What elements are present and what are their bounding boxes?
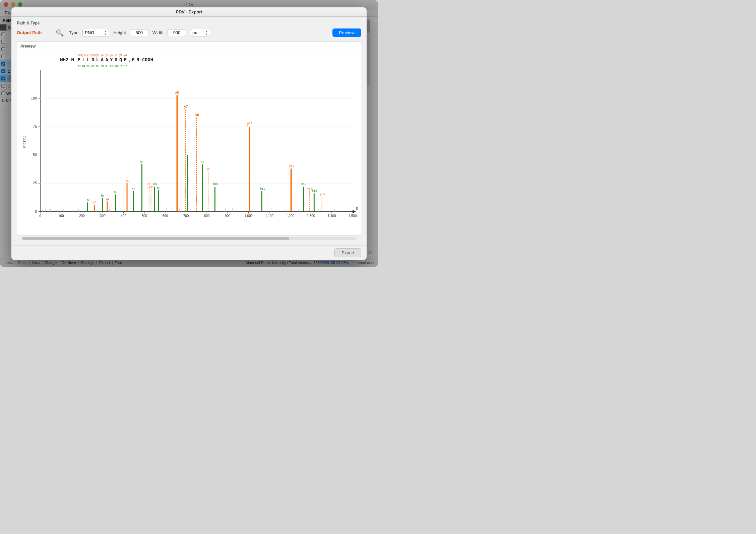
svg-text:b10: b10 [110, 64, 115, 67]
svg-text:b13: b13 [312, 189, 317, 192]
svg-text:y6: y6 [175, 90, 179, 94]
svg-text:E: E [124, 57, 127, 62]
svg-text:y9: y9 [206, 168, 209, 171]
svg-text:300: 300 [100, 214, 106, 217]
svg-text:P: P [78, 57, 80, 62]
svg-text:y9: y9 [96, 53, 99, 56]
svg-text:R-COOH: R-COOH [136, 57, 153, 62]
peak-y3 [94, 205, 95, 211]
svg-marker-39 [353, 210, 356, 213]
peak-b3 [87, 202, 88, 211]
svg-rect-148 [225, 208, 226, 211]
svg-text:b3: b3 [87, 198, 90, 201]
svg-rect-142 [78, 209, 79, 211]
width-label: Width [152, 30, 164, 35]
svg-rect-89 [45, 209, 46, 211]
svg-text:b8: b8 [153, 183, 156, 186]
px-select[interactable]: px ▲▼ [190, 29, 210, 37]
svg-text:y5: y5 [126, 179, 129, 182]
height-input[interactable] [130, 29, 148, 36]
dialog-body: Path & Type Output Path 🔍 Type PNG ▲▼ He… [11, 17, 367, 245]
svg-text:b6: b6 [91, 64, 94, 67]
svg-text:600: 600 [163, 214, 168, 217]
svg-text:50: 50 [33, 152, 37, 156]
svg-text:y12: y12 [307, 187, 312, 190]
svg-text:25: 25 [33, 181, 37, 185]
peak-y4 [107, 201, 108, 211]
svg-text:b5: b5 [87, 64, 90, 67]
svg-text:b11: b11 [115, 64, 120, 67]
select-arrows-icon: ▲▼ [104, 30, 107, 36]
svg-text:b13: b13 [126, 64, 131, 67]
svg-text:y7: y7 [105, 53, 108, 56]
svg-text:1,400: 1,400 [328, 214, 336, 217]
svg-rect-152 [285, 209, 286, 211]
svg-rect-96 [110, 209, 110, 211]
svg-text:100: 100 [31, 96, 37, 100]
svg-rect-147 [179, 209, 180, 211]
svg-text:Y: Y [110, 57, 113, 62]
px-label: px [192, 30, 197, 35]
px-select-arrows-icon: ▲▼ [205, 30, 208, 36]
export-dialog: PDV - Export Path & Type Output Path 🔍 T… [11, 7, 367, 260]
peak-b8b [187, 155, 188, 211]
svg-rect-95 [97, 210, 97, 211]
preview-label: Preview [17, 42, 361, 51]
peak-b7 [141, 164, 142, 211]
output-path-label: Output Path [17, 30, 50, 35]
spectrum-area: NH2-N P L L D L A A Y D Q E , [17, 51, 361, 232]
svg-text:y11: y11 [87, 53, 91, 56]
svg-text:b10: b10 [213, 182, 218, 186]
type-select[interactable]: PNG ▲▼ [82, 29, 109, 37]
svg-text:900: 900 [225, 214, 231, 217]
svg-text:L: L [82, 57, 85, 62]
svg-text:Int (%): Int (%) [22, 135, 26, 148]
svg-rect-92 [67, 209, 67, 211]
svg-rect-150 [252, 209, 252, 211]
width-input[interactable] [168, 29, 186, 36]
folder-icon: 🔍 [56, 29, 64, 37]
svg-text:b9: b9 [201, 160, 204, 163]
svg-text:L: L [96, 57, 99, 62]
svg-text:b12: b12 [121, 64, 125, 67]
peak-b4 [102, 198, 103, 211]
path-type-row: Output Path 🔍 Type PNG ▲▼ Height Width [17, 28, 361, 38]
svg-text:b7: b7 [140, 160, 144, 163]
svg-rect-145 [166, 208, 167, 211]
svg-text:y10: y10 [247, 122, 253, 125]
svg-text:1,300: 1,300 [307, 214, 315, 217]
svg-text:A: A [105, 57, 108, 62]
section-label: Path & Type [17, 21, 361, 25]
preview-scrollbar[interactable] [22, 237, 356, 240]
svg-rect-149 [232, 208, 233, 211]
svg-rect-88 [42, 209, 43, 211]
svg-text:m/z: m/z [356, 206, 358, 210]
svg-text:100: 100 [58, 214, 64, 217]
svg-rect-90 [50, 209, 51, 211]
svg-rect-154 [318, 209, 319, 211]
svg-text:700: 700 [183, 214, 189, 217]
svg-text:,: , [129, 57, 131, 62]
svg-text:y13: y13 [320, 192, 325, 196]
svg-text:1,500: 1,500 [349, 214, 357, 217]
preview-button[interactable]: Preview [332, 28, 361, 37]
svg-text:y13: y13 [78, 53, 82, 56]
svg-text:b4: b4 [82, 64, 85, 67]
type-value: PNG [85, 30, 94, 35]
svg-text:NH2-N: NH2-N [60, 57, 74, 62]
svg-text:G: G [132, 57, 134, 62]
dialog-title-bar: PDV - Export [11, 7, 367, 17]
svg-text:L: L [87, 57, 89, 62]
svg-rect-144 [109, 209, 110, 211]
svg-text:A: A [101, 57, 104, 62]
svg-text:1,100: 1,100 [265, 214, 273, 217]
svg-text:b7: b7 [96, 64, 99, 67]
svg-text:0: 0 [35, 209, 37, 213]
dialog-title: PDV - Export [176, 9, 202, 14]
svg-text:y12: y12 [82, 53, 86, 56]
svg-rect-93 [73, 210, 74, 211]
folder-browse-button[interactable]: 🔍 [54, 28, 65, 38]
dialog-footer: Export [11, 245, 367, 260]
preview-scroll-thumb[interactable] [22, 237, 289, 240]
export-button[interactable]: Export [334, 248, 361, 257]
